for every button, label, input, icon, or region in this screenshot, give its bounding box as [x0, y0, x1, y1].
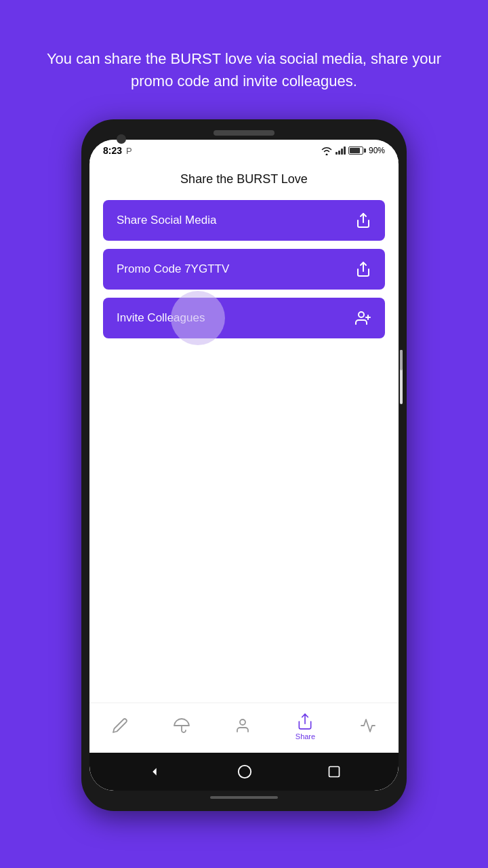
person-icon	[234, 717, 251, 734]
pencil-icon	[111, 717, 129, 734]
phone-screen: 8:23 P	[89, 140, 399, 791]
home-button[interactable]	[237, 764, 252, 779]
share-icon-2	[355, 261, 371, 277]
android-nav-bar	[89, 753, 399, 791]
invite-icon	[355, 310, 371, 326]
status-bar: 8:23 P	[89, 140, 399, 161]
wifi-icon	[321, 146, 333, 155]
status-left: 8:23 P	[103, 145, 132, 156]
phone-speaker	[214, 130, 274, 136]
share-social-label: Share Social Media	[117, 214, 216, 227]
nav-label-share: Share	[296, 732, 315, 741]
nav-item-umbrella[interactable]	[162, 714, 201, 739]
nav-item-profile[interactable]	[223, 714, 262, 739]
scroll-indicator	[400, 350, 403, 404]
screen-content: Share the BURST Love Share Social Media …	[89, 161, 399, 703]
invite-label: Invite Colleagues	[117, 311, 205, 325]
nav-item-activity[interactable]	[348, 714, 388, 739]
umbrella-icon	[173, 717, 190, 734]
nav-item-share[interactable]: Share	[285, 710, 326, 743]
bottom-nav: Share	[89, 703, 399, 753]
back-button[interactable]	[147, 764, 162, 779]
status-time: 8:23	[103, 145, 122, 156]
activity-icon	[359, 717, 377, 734]
svg-rect-8	[329, 767, 339, 777]
bottom-home-bar	[210, 796, 278, 799]
promo-code-label: Promo Code 7YGTTV	[117, 262, 229, 276]
carrier-icon: P	[126, 146, 132, 156]
invite-colleagues-button[interactable]: Invite Colleagues	[103, 298, 385, 338]
tagline: You can share the BURST love via social …	[0, 47, 488, 92]
recents-button[interactable]	[327, 765, 341, 778]
share-social-button[interactable]: Share Social Media	[103, 200, 385, 241]
share-nav-icon	[296, 713, 314, 730]
svg-point-5	[240, 719, 245, 725]
signal-bars	[336, 146, 346, 155]
status-right: 90%	[321, 146, 385, 155]
svg-point-7	[239, 766, 251, 778]
page-title: Share the BURST Love	[103, 172, 385, 186]
svg-point-2	[359, 312, 364, 317]
battery-icon	[348, 146, 366, 155]
battery-percent: 90%	[369, 146, 385, 155]
phone-frame: 8:23 P	[81, 119, 407, 811]
nav-item-edit[interactable]	[100, 714, 140, 739]
phone-camera	[117, 134, 126, 144]
share-icon	[355, 212, 371, 229]
promo-code-button[interactable]: Promo Code 7YGTTV	[103, 249, 385, 290]
